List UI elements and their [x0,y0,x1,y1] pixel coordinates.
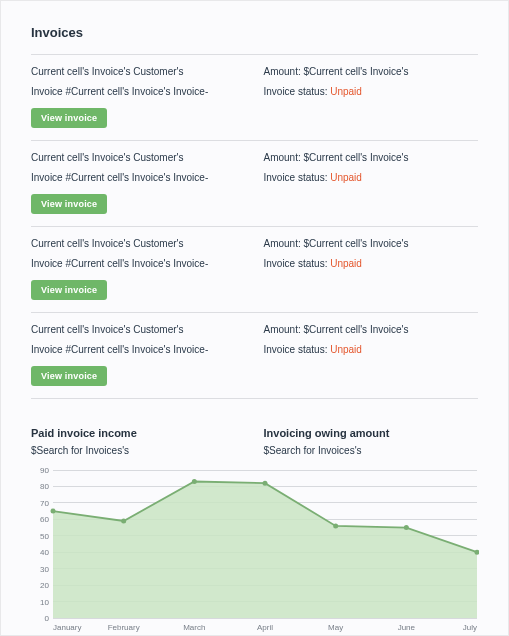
invoice-status-value: Unpaid [330,344,362,355]
chart-x-tick: June [398,623,416,632]
chart-point [51,509,56,514]
invoice-amount: Amount: $Current cell's Invoice's [264,237,479,251]
view-invoice-button[interactable]: View invoice [31,108,107,128]
chart-x-tick: March [183,623,205,632]
chart-x-tick: January [53,623,81,632]
invoice-amount: Amount: $Current cell's Invoice's [264,323,479,337]
chart-y-tick: 80 [40,482,49,491]
invoice-status-value: Unpaid [330,172,362,183]
chart-y-tick: 40 [40,548,49,557]
invoice-customer: Current cell's Invoice's Customer's [31,65,246,79]
chart-x-tick: July [463,623,477,632]
invoice-status-value: Unpaid [330,86,362,97]
chart-point [404,525,409,530]
invoice-customer: Current cell's Invoice's Customer's [31,151,246,165]
invoice-number: Invoice #Current cell's Invoice's Invoic… [31,343,246,357]
invoice-customer: Current cell's Invoice's Customer's [31,323,246,337]
summary-row: Paid invoice income $Search for Invoices… [31,427,478,456]
chart-y-tick: 50 [40,532,49,541]
chart-point [263,481,268,486]
invoice-amount: Amount: $Current cell's Invoice's [264,65,479,79]
view-invoice-button[interactable]: View invoice [31,194,107,214]
chart-y-tick: 30 [40,565,49,574]
paid-income-value: $Search for Invoices's [31,445,246,456]
chart-x-tick: May [328,623,343,632]
chart-y-tick: 90 [40,466,49,475]
owing-amount-title: Invoicing owing amount [264,427,479,439]
chart-x-tick: February [108,623,140,632]
chart-point [333,523,338,528]
invoice-status: Invoice status: Unpaid [264,171,479,185]
invoice-status-label: Invoice status: [264,258,331,269]
chart-y-tick: 70 [40,499,49,508]
invoice-customer: Current cell's Invoice's Customer's [31,237,246,251]
invoice-status-label: Invoice status: [264,344,331,355]
invoice-number: Invoice #Current cell's Invoice's Invoic… [31,171,246,185]
invoice-status: Invoice status: Unpaid [264,85,479,99]
chart-point [121,518,126,523]
invoice-status: Invoice status: Unpaid [264,257,479,271]
invoice-number: Invoice #Current cell's Invoice's Invoic… [31,257,246,271]
paid-income-title: Paid invoice income [31,427,246,439]
invoice-status-label: Invoice status: [264,86,331,97]
invoice-list: Current cell's Invoice's Customer'sAmoun… [31,54,478,399]
owing-amount-value: $Search for Invoices's [264,445,479,456]
invoice-number: Invoice #Current cell's Invoice's Invoic… [31,85,246,99]
view-invoice-button[interactable]: View invoice [31,366,107,386]
chart-y-tick: 10 [40,598,49,607]
chart-area [53,482,477,618]
invoice-amount: Amount: $Current cell's Invoice's [264,151,479,165]
invoice-status-value: Unpaid [330,258,362,269]
invoice-status: Invoice status: Unpaid [264,343,479,357]
invoice-card: Current cell's Invoice's Customer'sAmoun… [31,140,478,226]
invoice-status-label: Invoice status: [264,172,331,183]
chart-y-tick: 0 [45,614,50,623]
chart-y-tick: 20 [40,581,49,590]
chart-x-tick: April [257,623,273,632]
invoice-card: Current cell's Invoice's Customer'sAmoun… [31,312,478,399]
invoice-chart: 0102030405060708090JanuaryFebruaryMarchA… [31,464,479,636]
chart-point [192,479,197,484]
invoice-card: Current cell's Invoice's Customer'sAmoun… [31,54,478,140]
page-title: Invoices [31,25,478,40]
invoice-card: Current cell's Invoice's Customer'sAmoun… [31,226,478,312]
chart-y-tick: 60 [40,515,49,524]
view-invoice-button[interactable]: View invoice [31,280,107,300]
